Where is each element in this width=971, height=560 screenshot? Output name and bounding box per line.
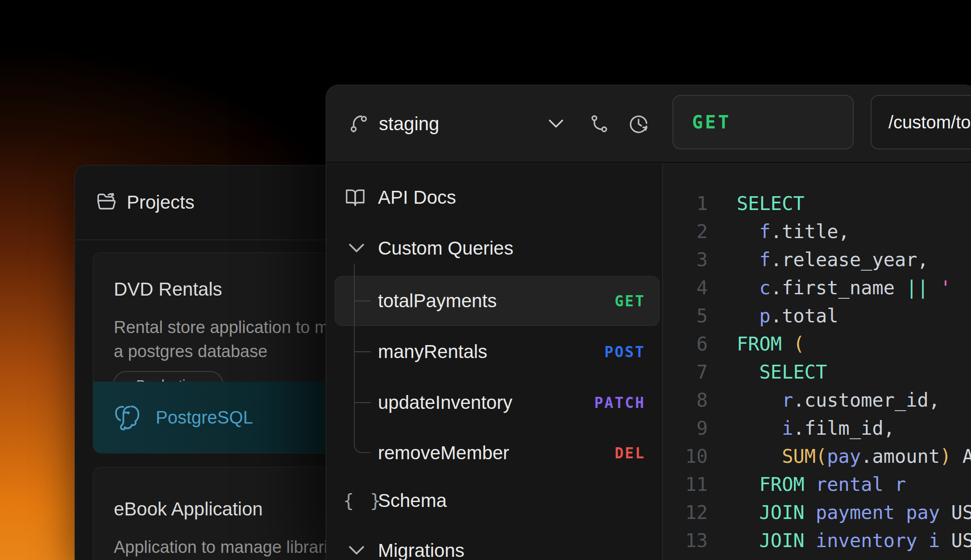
- project-card-dvd-rentals[interactable]: DVD Rentals Rental store application to …: [93, 252, 337, 453]
- code-text: f.release_year,: [737, 249, 929, 271]
- code-text: JOIN payment pay USING: [737, 502, 971, 523]
- method-badge-patch: PATCH: [594, 394, 645, 412]
- line-number: 2: [663, 221, 708, 243]
- query-name: removeMember: [378, 442, 509, 464]
- nav-item-api-docs[interactable]: API Docs: [326, 180, 662, 215]
- postgresql-elephant-icon: [113, 404, 141, 432]
- line-number: 13: [663, 530, 708, 552]
- git-fork-icon[interactable]: [589, 113, 610, 135]
- code-text: JOIN inventory i USING: [737, 530, 971, 552]
- book-open-icon: [345, 187, 365, 208]
- sql-editor[interactable]: 1SELECT2 f.title,3 f.release_year,4 c.fi…: [662, 164, 971, 560]
- nav-item-migrations[interactable]: Migrations: [326, 533, 662, 560]
- code-text: SUM(pay.amount) AS: [737, 445, 971, 467]
- git-branch-icon: [349, 114, 369, 134]
- line-number: 10: [663, 445, 708, 467]
- line-number: 12: [663, 502, 708, 523]
- code-line: 8 r.customer_id,: [663, 386, 971, 414]
- chevron-down-icon: [348, 242, 365, 255]
- project-description: Application to manage libraries, authors…: [114, 535, 337, 560]
- code-line: 10 SUM(pay.amount) AS: [663, 442, 971, 470]
- query-nav-pane: API Docs Custom Queries totalPayments GE…: [326, 164, 662, 560]
- braces-icon: { }: [343, 490, 383, 511]
- code-line: 4 c.first_name || ': [663, 274, 971, 302]
- code-line: 2 f.title,: [663, 218, 971, 246]
- chevron-down-icon: [348, 544, 365, 557]
- line-number: 11: [663, 474, 708, 495]
- endpoint-url-value: /custom/tot: [888, 112, 971, 132]
- code-text: SELECT: [737, 361, 827, 383]
- http-method-select[interactable]: GET: [672, 95, 854, 149]
- nav-label: Migrations: [378, 540, 465, 560]
- code-text: r.customer_id,: [737, 389, 940, 411]
- workbench-topbar: staging GET /custom/tot: [326, 85, 971, 163]
- code-text: f.title,: [737, 221, 850, 243]
- query-name: totalPayments: [378, 290, 497, 312]
- endpoint-url-input[interactable]: /custom/tot: [871, 95, 971, 149]
- line-number: 9: [663, 417, 708, 439]
- line-number: 7: [663, 361, 708, 383]
- code-line: 14 GROUP BY 1, 2: [663, 555, 971, 560]
- nav-item-updateinventory[interactable]: updateInventory PATCH: [326, 385, 662, 420]
- nav-label: Custom Queries: [378, 238, 513, 259]
- code-text: c.first_name || ': [737, 277, 951, 299]
- project-description: Rental store application to manage a pos…: [114, 315, 337, 363]
- code-line: 9 i.film_id,: [663, 414, 971, 442]
- line-number: 6: [663, 333, 708, 355]
- line-number: 5: [663, 305, 708, 327]
- code-line: 5 p.total: [663, 302, 971, 330]
- method-badge-get: GET: [614, 292, 645, 310]
- code-line: 6FROM (: [663, 330, 971, 358]
- code-text: FROM (: [737, 333, 805, 355]
- nav-item-schema[interactable]: { } Schema: [326, 483, 662, 519]
- projects-title: Projects: [127, 192, 195, 213]
- folder-open-icon: [96, 192, 118, 213]
- line-number: 1: [663, 193, 708, 214]
- code-text: SELECT: [737, 193, 805, 214]
- line-number: 4: [663, 277, 708, 299]
- code-text: FROM rental r: [737, 474, 906, 495]
- method-badge-del: DEL: [614, 445, 645, 462]
- code-line: 7 SELECT: [663, 358, 971, 386]
- query-name: manyRentals: [378, 341, 487, 362]
- code-line: 3 f.release_year,: [663, 246, 971, 274]
- branch-selector[interactable]: staging: [379, 113, 439, 135]
- http-method-value: GET: [692, 112, 731, 132]
- nav-label: Schema: [378, 490, 447, 511]
- code-text: i.film_id,: [737, 417, 895, 439]
- workbench-content: API Docs Custom Queries totalPayments GE…: [326, 164, 971, 560]
- project-title: eBook Application: [114, 498, 263, 520]
- nav-item-removemember[interactable]: removeMember DEL: [326, 435, 662, 471]
- line-number: 14: [663, 558, 708, 560]
- history-icon[interactable]: [628, 113, 649, 135]
- code-line: 12 JOIN payment pay USING: [663, 498, 971, 527]
- project-title: DVD Rentals: [114, 279, 222, 300]
- line-number: 8: [663, 389, 708, 411]
- database-name: PostgreSQL: [156, 408, 253, 428]
- nav-label: API Docs: [378, 187, 456, 208]
- code-line: 13 JOIN inventory i USING: [663, 527, 971, 555]
- query-name: updateInventory: [378, 392, 512, 413]
- projects-header: Projects: [75, 165, 342, 240]
- branch-chevron-down-icon[interactable]: [548, 117, 564, 131]
- code-line: 11 FROM rental r: [663, 470, 971, 498]
- line-number: 3: [663, 249, 708, 271]
- nav-item-manyrentals[interactable]: manyRentals POST: [326, 334, 662, 370]
- code-text: GROUP BY 1, 2: [737, 558, 906, 560]
- nav-item-totalpayments[interactable]: totalPayments GET: [326, 283, 662, 319]
- database-bar[interactable]: PostgreSQL: [93, 382, 337, 453]
- method-badge-post: POST: [605, 343, 645, 361]
- projects-panel: Projects DVD Rentals Rental store applic…: [75, 165, 342, 560]
- code-lines: 1SELECT2 f.title,3 f.release_year,4 c.fi…: [663, 189, 971, 560]
- nav-item-custom-queries[interactable]: Custom Queries: [326, 231, 662, 266]
- code-text: p.total: [737, 305, 838, 327]
- project-card-ebook[interactable]: eBook Application Application to manage …: [93, 467, 337, 560]
- workbench-panel: staging GET /custom/tot: [326, 85, 971, 560]
- code-line: 1SELECT: [663, 189, 971, 218]
